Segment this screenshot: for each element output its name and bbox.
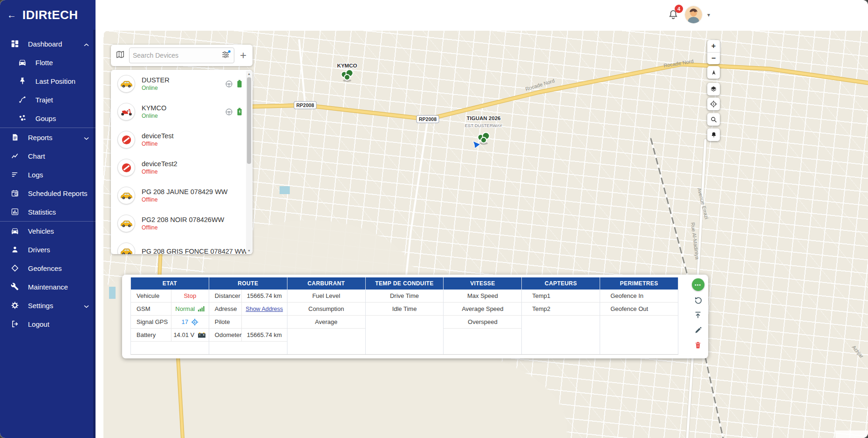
- sidebar-item-label: Scheduled Reports: [28, 189, 88, 197]
- wrench-icon: [10, 282, 20, 291]
- car-yellow-icon: [117, 75, 135, 93]
- sidebar-item-settings[interactable]: Settings: [0, 296, 96, 315]
- map-toggle-button[interactable]: [116, 50, 125, 61]
- device-row-duster[interactable]: DUSTER Online: [111, 70, 253, 98]
- table-row: GSM Normal: [131, 303, 209, 316]
- svg-text:Achjar: Achjar: [851, 344, 864, 359]
- row-label: Signal GPS: [131, 316, 171, 328]
- device-row-pg208-jaune[interactable]: PG 208 JAUNE 078429 WW Offline: [111, 182, 253, 209]
- table-row: Average Speed: [444, 303, 521, 316]
- crosshair-icon: [710, 100, 718, 108]
- map-alerts-button[interactable]: [707, 128, 720, 141]
- row-label: GSM: [131, 303, 171, 315]
- device-row-kymco[interactable]: KYMCO Online: [111, 98, 253, 126]
- battery-status-icon: [237, 80, 242, 88]
- sidebar-item-drivers[interactable]: Drivers: [0, 240, 96, 259]
- car-yellow-icon: [117, 215, 135, 232]
- sidebar-item-vehicles[interactable]: Vehicles: [0, 222, 96, 240]
- distance-value: 15665.74 km: [247, 292, 282, 299]
- chevron-down-icon: [84, 134, 89, 142]
- sidebar-item-reports[interactable]: Reports: [0, 128, 96, 147]
- sidebar-item-maintenance[interactable]: Maintenance: [0, 277, 96, 296]
- back-arrow-icon[interactable]: ←: [7, 10, 16, 20]
- profile-chevron-down-icon[interactable]: ▾: [707, 12, 710, 18]
- sidebar-item-geofences[interactable]: Geofences: [0, 259, 96, 277]
- row-label: Vehicule: [131, 290, 171, 302]
- search-icon: [710, 116, 718, 123]
- device-name: PG 208 GRIS FONCE 078427 WW: [142, 248, 242, 254]
- bar-chart-icon: [10, 207, 20, 216]
- delete-button[interactable]: [692, 339, 704, 350]
- avatar[interactable]: [685, 6, 702, 23]
- compass-button[interactable]: [707, 66, 720, 79]
- info-col-carburant: CARBURANT Fuel Level Consumption Average: [287, 277, 366, 354]
- sidebar-header: ← IDIRtECH: [0, 0, 96, 30]
- table-row: Geofence Out: [600, 303, 678, 316]
- device-row-devicetest[interactable]: deviceTest Offline: [111, 126, 253, 154]
- table-row: Distancer 15665.74 km: [209, 290, 287, 303]
- sidebar-item-label: Geofences: [28, 264, 62, 272]
- info-col-vitesse: VITESSE Max Speed Average Speed Overspee…: [444, 277, 522, 354]
- sidebar-item-flotte[interactable]: Flotte: [0, 53, 96, 72]
- sidebar-item-last-position[interactable]: Last Position: [0, 72, 96, 90]
- map-marker-tiguan[interactable]: TIGUAN 2026 EST DUSTERWAY: [465, 115, 503, 148]
- sidebar-item-scheduled-reports[interactable]: Scheduled Reports: [0, 184, 96, 202]
- sidebar-item-goups[interactable]: Goups: [0, 109, 96, 128]
- upload-button[interactable]: [692, 310, 704, 321]
- calendar-clock-icon: [10, 189, 20, 198]
- vehicle-state-value: Stop: [184, 292, 196, 299]
- sidebar-item-logs[interactable]: Logs: [0, 165, 96, 184]
- refresh-button[interactable]: [692, 295, 704, 306]
- sidebar-item-chart[interactable]: Chart: [0, 147, 96, 165]
- sidebar-item-label: Drivers: [28, 246, 50, 254]
- sidebar: ← IDIRtECH Dashboard Flotte Last Positio…: [0, 0, 96, 438]
- driver-status-icon: [225, 108, 233, 116]
- sidebar-item-label: Logout: [28, 320, 49, 328]
- geofence-icon: [10, 263, 20, 273]
- map-search-button[interactable]: [707, 113, 720, 126]
- device-list-scrollbar[interactable]: ▲ ▼: [246, 71, 252, 253]
- edit-button[interactable]: [692, 324, 704, 336]
- col-header: TEMP DE CONDUITE: [366, 277, 444, 290]
- zoom-out-button[interactable]: −: [707, 53, 720, 65]
- locate-button[interactable]: [707, 98, 720, 110]
- sidebar-item-trajet[interactable]: Trajet: [0, 90, 96, 109]
- map-canvas[interactable]: Rocade Nord Rocade Nord Avenue Errazi Ru…: [103, 31, 868, 438]
- device-row-devicetest2[interactable]: deviceTest2 Offline: [111, 154, 253, 182]
- device-name: PG 208 JAUNE 078429 WW: [142, 188, 228, 195]
- sidebar-item-label: Statistics: [28, 208, 56, 216]
- device-status: Offline: [142, 224, 224, 231]
- sidebar-item-statistics[interactable]: Statistics: [0, 202, 96, 221]
- gps-signal-value: 17: [182, 318, 188, 325]
- layers-button[interactable]: [707, 83, 720, 95]
- filter-sliders-icon: [221, 50, 231, 59]
- device-name: PG2 208 NOIR 078426WW: [142, 216, 224, 223]
- device-name: deviceTest: [142, 132, 174, 140]
- show-address-link[interactable]: Show Address: [246, 306, 283, 312]
- table-row: Temp1: [522, 290, 600, 303]
- sidebar-item-logout[interactable]: Logout: [0, 315, 96, 333]
- device-row-pg2-208-noir[interactable]: PG2 208 NOIR 078426WW Offline: [111, 209, 253, 237]
- filter-button[interactable]: [221, 50, 231, 61]
- table-row: Idle Time: [366, 303, 444, 316]
- row-label: Pilote: [209, 316, 242, 328]
- table-row: Average: [287, 316, 365, 329]
- zoom-control: + −: [707, 40, 720, 64]
- add-device-button[interactable]: +: [239, 50, 248, 61]
- scroll-down-arrow[interactable]: ▼: [246, 248, 252, 253]
- car-yellow-icon: [117, 243, 135, 254]
- gsm-value: Normal: [175, 305, 195, 312]
- scrollbar-thumb[interactable]: [247, 77, 251, 164]
- signal-bars-icon: [198, 305, 205, 312]
- sidebar-item-label: Flotte: [35, 59, 53, 67]
- device-row-pg208-gris[interactable]: PG 208 GRIS FONCE 078427 WW: [111, 237, 253, 254]
- scroll-up-arrow[interactable]: ▲: [246, 71, 252, 76]
- zoom-in-button[interactable]: +: [707, 40, 720, 53]
- search-input[interactable]: [133, 52, 219, 59]
- sidebar-item-dashboard[interactable]: Dashboard: [0, 34, 96, 53]
- svg-text:RP2008: RP2008: [296, 102, 314, 108]
- more-actions-button[interactable]: ⋯: [692, 278, 704, 291]
- line-chart-icon: [10, 151, 20, 161]
- map-marker-kymco[interactable]: KYMCO: [337, 63, 357, 82]
- device-status: Online: [142, 113, 166, 119]
